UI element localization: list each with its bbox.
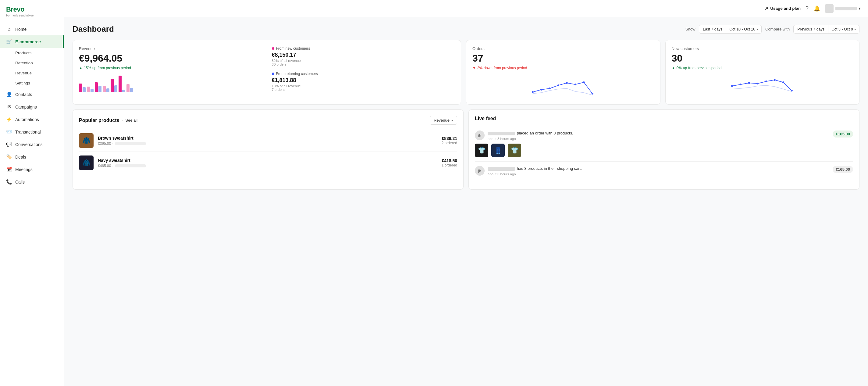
sidebar-item-conversations[interactable]: 💬 Conversations bbox=[0, 138, 64, 151]
sort-chevron bbox=[452, 118, 453, 123]
orders-change-text: from previous period bbox=[494, 66, 527, 70]
sidebar-item-label: Deals bbox=[15, 155, 26, 159]
svg-point-1 bbox=[540, 89, 542, 91]
meta-sep: · bbox=[112, 164, 114, 168]
sidebar-item-transactional[interactable]: 📨 Transactional bbox=[0, 126, 64, 138]
sidebar-item-label: Calls bbox=[15, 180, 25, 184]
period-label: Last 7 days bbox=[699, 25, 726, 33]
feed-text-area: placed an order with 3 products. about 3… bbox=[488, 130, 830, 141]
home-icon: ⌂ bbox=[6, 27, 12, 32]
see-all-link[interactable]: See all bbox=[125, 118, 137, 123]
period-chevron bbox=[756, 27, 758, 31]
sidebar-item-automations[interactable]: ⚡ Automations bbox=[0, 113, 64, 126]
revenue-right: From new customers €8,150.17 82% of all … bbox=[267, 46, 455, 97]
live-feed-title: Live feed bbox=[475, 116, 853, 121]
sidebar-item-campaigns[interactable]: ✉ Campaigns bbox=[0, 100, 64, 113]
sidebar-subitem-settings[interactable]: Settings bbox=[0, 78, 64, 88]
product-orders: 1 ordered bbox=[442, 163, 457, 168]
returning-customers-split: From returning customers €1,813.88 18% o… bbox=[272, 72, 455, 91]
bar bbox=[98, 86, 101, 92]
returning-customers-pct: 18% of all revenue bbox=[272, 84, 455, 88]
feed-user-name-blur bbox=[488, 132, 515, 136]
svg-point-3 bbox=[557, 85, 559, 86]
feed-amount: €165.00 bbox=[833, 130, 853, 138]
period-date-text: Oct 10 - Oct 16 bbox=[729, 27, 755, 31]
sidebar-item-contacts[interactable]: 👤 Contacts bbox=[0, 88, 64, 100]
sort-dropdown[interactable]: Revenue bbox=[430, 116, 457, 125]
subitem-label: Revenue bbox=[15, 71, 32, 75]
bar bbox=[114, 85, 117, 92]
orders-change: ▼ 3% down from previous period bbox=[472, 66, 654, 70]
feed-action: has 3 products in their shopping cart. bbox=[517, 166, 582, 171]
product-name: Navy sweatshirt bbox=[98, 158, 437, 163]
revenue-card: Revenue €9,964.05 ▲ 15% up from previous… bbox=[72, 40, 461, 105]
usage-and-plan-button[interactable]: ↗ Usage and plan bbox=[765, 6, 801, 11]
product-orders: 2 ordered bbox=[442, 141, 457, 145]
feed-text-area: has 3 products in their shopping cart. a… bbox=[488, 166, 830, 176]
logo-area: Brevo Formerly sendinblue bbox=[0, 0, 64, 22]
sidebar-item-label: Campaigns bbox=[15, 105, 37, 110]
new-customers-card: New customers 30 ▲ 0% up from previous p… bbox=[665, 40, 860, 105]
user-menu[interactable]: ▾ bbox=[825, 4, 861, 13]
feed-text: has 3 products in their shopping cart. bbox=[488, 166, 830, 171]
svg-point-7 bbox=[592, 93, 593, 94]
sidebar-item-home[interactable]: ⌂ Home bbox=[0, 23, 64, 35]
new-customers-card-value: 30 bbox=[672, 53, 854, 64]
product-info: Brown sweatshirt €395.00 · bbox=[98, 136, 437, 146]
up-arrow-icon2: ▲ bbox=[672, 66, 675, 70]
bar bbox=[122, 90, 125, 92]
sidebar-item-label: Conversations bbox=[15, 142, 43, 147]
svg-point-14 bbox=[782, 81, 784, 83]
compare-label: Compare with bbox=[765, 27, 790, 31]
feed-amount: €165.00 bbox=[833, 166, 853, 173]
sidebar-item-label: Automations bbox=[15, 117, 39, 122]
revenue-left: Revenue €9,964.05 ▲ 15% up from previous… bbox=[79, 46, 267, 97]
sidebar-subitem-revenue[interactable]: Revenue bbox=[0, 68, 64, 78]
feed-item-header: jh placed an order with 3 products. abou… bbox=[475, 130, 853, 141]
new-customers-dot bbox=[272, 47, 274, 50]
compare-chevron bbox=[854, 27, 856, 31]
compare-selector[interactable]: Previous 7 days Oct 3 - Oct 9 bbox=[793, 25, 860, 33]
product-row: 🧥 Brown sweatshirt €395.00 · €838.21 2 o… bbox=[79, 129, 457, 152]
product-thumbnail: 🧥 bbox=[79, 155, 94, 170]
returning-customers-label: From returning customers bbox=[272, 72, 455, 76]
new-customers-svg bbox=[672, 74, 854, 98]
feed-item-header: jh has 3 products in their shopping cart… bbox=[475, 166, 853, 176]
product-name: Brown sweatshirt bbox=[98, 136, 437, 141]
sidebar-item-meetings[interactable]: 📅 Meetings bbox=[0, 163, 64, 176]
new-customers-label: From new customers bbox=[272, 46, 455, 51]
conversations-icon: 💬 bbox=[6, 142, 12, 147]
feed-action: placed an order with 3 products. bbox=[517, 131, 573, 136]
sidebar-nav: ⌂ Home 🛒 E-commerce Products Retention R… bbox=[0, 22, 64, 381]
revenue-value: €9,964.05 bbox=[79, 53, 262, 64]
sidebar-item-deals[interactable]: 🏷️ Deals bbox=[0, 151, 64, 163]
products-title: Popular products bbox=[79, 118, 119, 123]
user-menu-chevron: ▾ bbox=[859, 6, 861, 11]
compare-date-text: Oct 3 - Oct 9 bbox=[831, 27, 853, 31]
bar bbox=[111, 79, 114, 92]
title-separator: · bbox=[122, 118, 123, 123]
notifications-icon[interactable]: 🔔 bbox=[813, 5, 820, 12]
feed-time: about 3 hours ago bbox=[488, 172, 830, 176]
show-label: Show bbox=[685, 27, 695, 31]
sidebar-subitem-retention[interactable]: Retention bbox=[0, 58, 64, 68]
bar bbox=[119, 76, 122, 92]
help-icon[interactable]: ? bbox=[806, 5, 809, 11]
feed-item: jh has 3 products in their shopping cart… bbox=[475, 161, 853, 183]
sidebar-item-ecommerce[interactable]: 🛒 E-commerce bbox=[0, 35, 64, 48]
revenue-change-pct: 15% bbox=[84, 66, 91, 70]
product-meta: €465.00 · bbox=[98, 164, 437, 168]
new-customers-change-text: from previous period bbox=[688, 66, 721, 70]
feed-product-thumb: 👕 bbox=[508, 144, 521, 157]
orders-value: 37 bbox=[472, 53, 654, 64]
period-selector[interactable]: Last 7 days Oct 10 - Oct 16 bbox=[699, 25, 762, 33]
product-meta-blur bbox=[115, 142, 146, 145]
sidebar-subitem-products[interactable]: Products bbox=[0, 48, 64, 58]
sidebar-item-calls[interactable]: 📞 Calls bbox=[0, 176, 64, 188]
period-dates: Oct 10 - Oct 16 bbox=[726, 25, 761, 33]
main-content: ↗ Usage and plan ? 🔔 ▾ Dashboard Show La… bbox=[64, 0, 868, 386]
orders-line-chart bbox=[472, 74, 654, 98]
deals-icon: 🏷️ bbox=[6, 154, 12, 160]
bar bbox=[126, 84, 129, 92]
down-arrow-icon: ▼ bbox=[472, 66, 476, 70]
